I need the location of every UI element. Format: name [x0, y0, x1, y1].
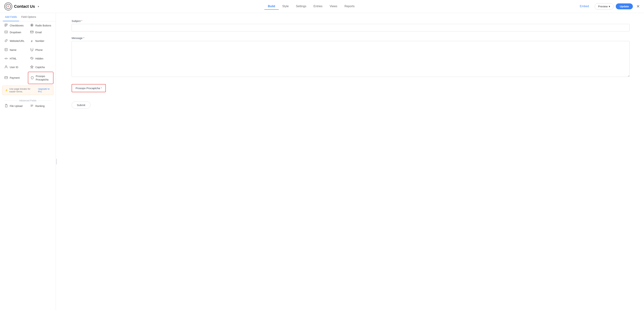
submit-area: Submit — [72, 102, 630, 109]
svg-rect-8 — [30, 31, 33, 33]
hidden-label: Hidden — [36, 57, 43, 60]
list-item-phone[interactable]: Phone — [28, 45, 54, 54]
subject-label: Subject * — [72, 19, 630, 22]
list-item-radio[interactable]: Radio Buttons — [28, 23, 54, 28]
sidebar-tab-add-fields[interactable]: Add Fields — [3, 13, 19, 21]
logo-area: F Contact Us ▾ — [4, 2, 39, 10]
svg-rect-7 — [5, 31, 8, 33]
procaptcha-field-box: Prosopo Procaptcha * — [72, 84, 106, 92]
svg-rect-14 — [5, 77, 8, 79]
dropdown-icon — [4, 31, 8, 34]
nav-tabs: Build Style Settings Entries Views Repor… — [46, 3, 576, 10]
url-label: Website/URL — [10, 39, 24, 43]
html-icon: </> — [4, 57, 8, 60]
message-textarea[interactable] — [72, 41, 630, 77]
svg-rect-9 — [5, 48, 8, 51]
checkboxes-label: Checkboxes — [10, 24, 24, 27]
field-grid-top-partial: Checkboxes Radio Buttons — [0, 23, 56, 28]
procaptcha-icon — [30, 76, 34, 80]
list-item-number[interactable]: # Number — [28, 36, 54, 45]
upgrade-link[interactable]: Upgrade to Pro. — [38, 88, 51, 93]
list-item-file[interactable]: File Upload — [2, 103, 28, 109]
subject-input[interactable] — [72, 24, 630, 31]
number-label: Number — [36, 39, 44, 43]
dropdown-label: Dropdown — [10, 31, 21, 34]
form-area: Subject * Message * Prosopo Procaptcha *… — [57, 13, 644, 310]
upgrade-banner: ⚡ Use page breaks for easier forms. Upgr… — [2, 86, 54, 95]
list-item-payment[interactable]: Payment — [2, 72, 28, 84]
close-button[interactable]: ✕ — [636, 4, 640, 9]
resize-handle[interactable] — [56, 13, 57, 310]
captcha-icon — [30, 65, 34, 69]
url-icon — [4, 39, 8, 43]
radio-icon — [30, 23, 34, 27]
hidden-icon — [30, 57, 34, 60]
email-label: Email — [36, 31, 42, 34]
svg-rect-4 — [5, 25, 6, 26]
chevron-down-icon[interactable]: ▾ — [38, 5, 39, 8]
sidebar: Add Fields Field Options Checkboxes Radi… — [0, 13, 56, 310]
embed-link[interactable]: Embed — [576, 3, 592, 10]
file-label: File Upload — [10, 104, 22, 108]
field-grid-bottom: File Upload Ranking — [0, 103, 56, 109]
update-button[interactable]: Update — [616, 3, 633, 9]
svg-rect-2 — [5, 24, 6, 25]
payment-label: Payment — [10, 76, 20, 79]
phone-label: Phone — [36, 48, 43, 52]
message-label: Message * — [72, 36, 630, 39]
sidebar-tab-field-options[interactable]: Field Options — [19, 13, 38, 21]
list-item-name[interactable]: Name — [2, 45, 28, 54]
user-id-label: User ID — [10, 66, 18, 69]
svg-point-13 — [6, 66, 7, 67]
header-right: Embed Preview ▾ Update ✕ — [576, 3, 640, 10]
email-icon — [30, 31, 34, 34]
svg-point-6 — [31, 25, 32, 26]
form-title: Contact Us — [14, 4, 35, 9]
list-item-dropdown[interactable]: Dropdown — [2, 28, 28, 36]
user-id-icon — [4, 65, 8, 69]
svg-rect-3 — [6, 24, 8, 25]
ranking-label: Ranking — [36, 104, 44, 108]
list-item-checkboxes[interactable]: Checkboxes — [2, 23, 28, 28]
list-item-user-id[interactable]: User ID — [2, 63, 28, 72]
procaptcha-field-group: Prosopo Procaptcha * — [72, 83, 630, 97]
number-icon: # — [30, 39, 34, 43]
phone-icon — [30, 48, 34, 52]
html-label: HTML — [10, 57, 16, 60]
submit-button[interactable]: Submit — [72, 102, 90, 109]
procaptcha-label: ProsopoProcaptcha — [36, 75, 48, 81]
svg-text:F: F — [8, 5, 9, 8]
lightning-icon: ⚡ — [5, 89, 8, 92]
list-item-hidden[interactable]: Hidden — [28, 54, 54, 63]
field-grid: Dropdown Email Website/URL — [0, 28, 56, 84]
preview-button[interactable]: Preview ▾ — [595, 3, 614, 10]
svg-line-12 — [31, 57, 33, 59]
list-item-procaptcha[interactable]: ProsopoProcaptcha — [28, 72, 54, 84]
list-item-url[interactable]: Website/URL — [2, 36, 28, 45]
file-icon — [4, 104, 8, 108]
logo-icon: F — [4, 2, 12, 10]
preview-chevron: ▾ — [609, 5, 610, 8]
radio-label: Radio Buttons — [36, 24, 51, 27]
list-item-captcha[interactable]: Captcha — [28, 63, 54, 72]
name-label: Name — [10, 48, 16, 52]
tab-entries[interactable]: Entries — [310, 3, 326, 10]
payment-icon — [4, 76, 8, 80]
subject-field-group: Subject * — [72, 19, 630, 31]
tab-settings[interactable]: Settings — [292, 3, 310, 10]
sidebar-content: Checkboxes Radio Buttons Dropdown — [0, 21, 56, 310]
tab-build[interactable]: Build — [264, 3, 279, 10]
main-layout: Add Fields Field Options Checkboxes Radi… — [0, 13, 644, 310]
sidebar-tabs: Add Fields Field Options — [0, 13, 56, 21]
preview-label: Preview — [598, 5, 608, 8]
checkboxes-icon — [4, 23, 8, 27]
upgrade-text: Use page breaks for easier forms. — [9, 88, 36, 93]
tab-style[interactable]: Style — [279, 3, 292, 10]
tab-views[interactable]: Views — [326, 3, 341, 10]
captcha-label: Captcha — [36, 66, 45, 69]
list-item-email[interactable]: Email — [28, 28, 54, 36]
tab-reports[interactable]: Reports — [341, 3, 358, 10]
list-item-ranking[interactable]: Ranking — [28, 103, 54, 109]
list-item-html[interactable]: </> HTML — [2, 54, 28, 63]
message-field-group: Message * — [72, 36, 630, 78]
